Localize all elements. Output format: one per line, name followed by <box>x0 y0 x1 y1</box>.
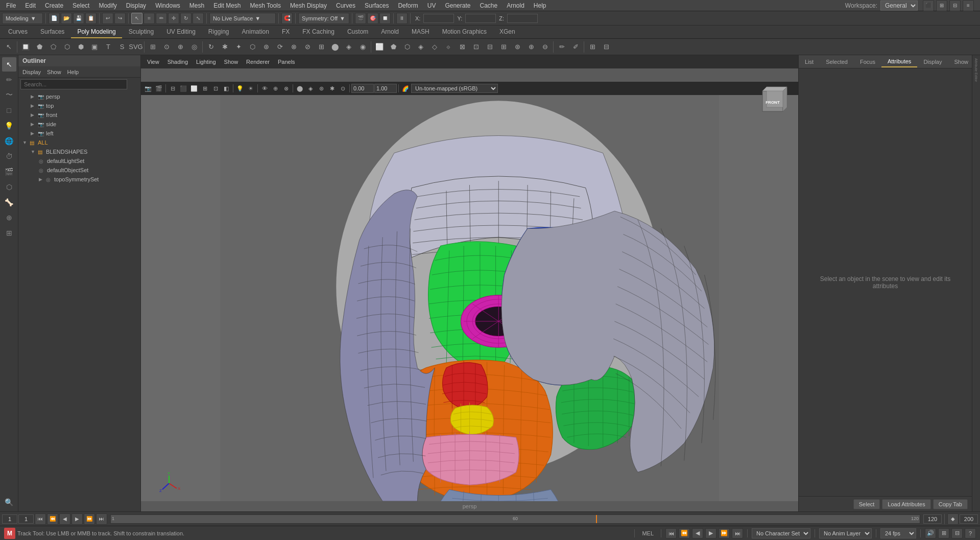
no-character-set-select[interactable]: No Character Set <box>752 528 810 538</box>
vp-menu-lighting[interactable]: Lighting <box>193 58 219 66</box>
menu-modify[interactable]: Modify <box>94 1 121 10</box>
render-btn-1[interactable]: 🎬 <box>355 13 366 24</box>
menu-file[interactable]: File <box>2 1 20 10</box>
ico-tool2[interactable]: ⊙ <box>160 40 173 54</box>
vp-icon-shaded4[interactable]: ⊡ <box>210 83 221 93</box>
ico-tool3[interactable]: ⊕ <box>174 40 187 54</box>
save-btn[interactable]: 💾 <box>73 13 84 24</box>
tab-fx[interactable]: FX <box>276 26 296 38</box>
menu-surfaces[interactable]: Surfaces <box>361 1 393 10</box>
tab-motion-graphics[interactable]: Motion Graphics <box>436 26 493 38</box>
ico-select3[interactable]: ⬠ <box>46 40 60 54</box>
tree-defaultobjectset[interactable]: ◎ defaultObjectSet <box>18 166 140 175</box>
ico-poly1[interactable]: ⬜ <box>373 40 386 54</box>
lasso-btn[interactable]: ⌗ <box>144 13 155 24</box>
vp-icon-extra4[interactable]: ✱ <box>327 83 337 93</box>
ico-mesh11[interactable]: ◈ <box>342 40 355 54</box>
sidebar-anim-btn[interactable]: ⏱ <box>2 149 16 163</box>
vp-icon-extra3[interactable]: ⊛ <box>316 83 326 93</box>
tab-xgen[interactable]: XGen <box>493 26 521 38</box>
menu-windows[interactable]: Windows <box>151 1 184 10</box>
fps-select[interactable]: 24 fps <box>880 528 916 538</box>
no-anim-layer-select[interactable]: No Anim Layer <box>819 528 872 538</box>
ico-tool1[interactable]: ⊞ <box>146 40 159 54</box>
vp-menu-shading[interactable]: Shading <box>164 58 191 66</box>
status-go-end-btn[interactable]: ⏭ <box>732 528 743 538</box>
menu-generate[interactable]: Generate <box>441 1 474 10</box>
tab-animation[interactable]: Animation <box>236 26 275 38</box>
vp-colormode-select[interactable]: Un-tone-mapped (sRGB) <box>411 84 498 93</box>
menu-mesh-display[interactable]: Mesh Display <box>286 1 331 10</box>
ico-extra2[interactable]: ⊟ <box>600 40 613 54</box>
move-btn[interactable]: ✛ <box>168 13 179 24</box>
vp-icon-cam1[interactable]: 📷 <box>143 83 153 93</box>
tl-end-frame[interactable] <box>960 514 978 524</box>
sidebar-rigging-btn[interactable]: 🦴 <box>2 195 16 209</box>
tab-curves[interactable]: Curves <box>2 26 34 38</box>
tree-top[interactable]: ▶ 📷 top <box>18 101 140 110</box>
vp-icon-shaded2[interactable]: ⬜ <box>189 83 199 93</box>
attr-tab-show[interactable]: Show <box>948 57 974 67</box>
mode-dropdown[interactable]: Modeling ▼ <box>2 13 43 24</box>
ico-poly8[interactable]: ⊡ <box>469 40 483 54</box>
tl-go-end[interactable]: ⏭ <box>96 513 107 525</box>
workspace-select[interactable]: General <box>880 1 918 11</box>
x-field[interactable] <box>423 14 454 23</box>
tab-fx-caching[interactable]: FX Caching <box>296 26 341 38</box>
y-field[interactable] <box>465 14 496 23</box>
status-help-btn[interactable]: ? <box>965 528 976 538</box>
status-play-back-btn[interactable]: ◀ <box>692 528 703 538</box>
tab-mash[interactable]: MASH <box>405 26 436 38</box>
status-render2-btn[interactable]: ⊟ <box>951 528 963 538</box>
z-field[interactable] <box>507 14 538 23</box>
sidebar-select-btn[interactable]: ↖ <box>2 57 16 72</box>
ico-poly12[interactable]: ⊕ <box>524 40 538 54</box>
sidebar-uv-btn[interactable]: ⊞ <box>2 226 16 240</box>
vp-colormode-icon[interactable]: 🌈 <box>400 83 411 93</box>
magnet-btn[interactable]: 🧲 <box>281 13 293 24</box>
vp-icon-shaded3[interactable]: ⊞ <box>200 83 210 93</box>
pause-btn[interactable]: ⏸ <box>396 13 408 24</box>
vp-icon-show2[interactable]: ⊕ <box>270 83 280 93</box>
menu-deform[interactable]: Deform <box>394 1 422 10</box>
tab-custom[interactable]: Custom <box>341 26 374 38</box>
vp-icon-wire[interactable]: ⊟ <box>168 83 178 93</box>
sidebar-render-btn[interactable]: 🎬 <box>2 165 16 179</box>
attr-tab-focus[interactable]: Focus <box>854 57 881 67</box>
tab-arnold[interactable]: Arnold <box>375 26 405 38</box>
ico-select1[interactable]: 🔲 <box>19 40 32 54</box>
layout-btn-3[interactable]: ⊟ <box>949 0 961 11</box>
vp-menu-show[interactable]: Show <box>221 58 242 66</box>
tree-toposymmetryset[interactable]: ▶ ◎ topoSymmetrySet <box>18 175 140 184</box>
attr-tab-selected[interactable]: Selected <box>820 57 854 67</box>
ico-poly10[interactable]: ⊞ <box>497 40 510 54</box>
tree-defaultlightset[interactable]: ◎ defaultLightSet <box>18 156 140 166</box>
attr-load-btn[interactable]: Load Attributes <box>882 499 930 509</box>
menu-cache[interactable]: Cache <box>475 1 501 10</box>
paint-select-btn[interactable]: ✏ <box>156 13 167 24</box>
ico-poly9[interactable]: ⊟ <box>483 40 496 54</box>
undo-btn[interactable]: ↩ <box>102 13 113 24</box>
status-step-back-btn[interactable]: ⏪ <box>679 528 690 538</box>
ico-select5[interactable]: ⬢ <box>74 40 87 54</box>
vp-menu-renderer[interactable]: Renderer <box>243 58 273 66</box>
menu-curves[interactable]: Curves <box>332 1 360 10</box>
status-play-btn[interactable]: ⏮ <box>665 528 677 538</box>
scale-btn[interactable]: ⤡ <box>193 13 204 24</box>
tree-all[interactable]: ▼ ▤ ALL <box>18 138 140 147</box>
tl-key-btn[interactable]: ◆ <box>947 513 959 525</box>
ico-mesh3[interactable]: ✦ <box>232 40 245 54</box>
vp-icon-extra2[interactable]: ◈ <box>305 83 316 93</box>
ico-edit2[interactable]: ✐ <box>569 40 582 54</box>
outliner-help-menu[interactable]: Help <box>65 68 81 76</box>
rotate-btn[interactable]: ↻ <box>180 13 192 24</box>
tl-step-back[interactable]: ⏪ <box>47 513 58 525</box>
tl-play-back[interactable]: ◀ <box>59 513 70 525</box>
sidebar-light-btn[interactable]: 💡 <box>2 119 16 133</box>
sidebar-search-btn[interactable]: 🔍 <box>2 495 16 509</box>
menu-arnold[interactable]: Arnold <box>503 1 529 10</box>
status-audio-btn[interactable]: 🔊 <box>925 528 936 538</box>
ico-mesh6[interactable]: ⟳ <box>273 40 286 54</box>
outliner-search-input[interactable] <box>20 79 127 89</box>
ico-mesh8[interactable]: ⊘ <box>301 40 314 54</box>
